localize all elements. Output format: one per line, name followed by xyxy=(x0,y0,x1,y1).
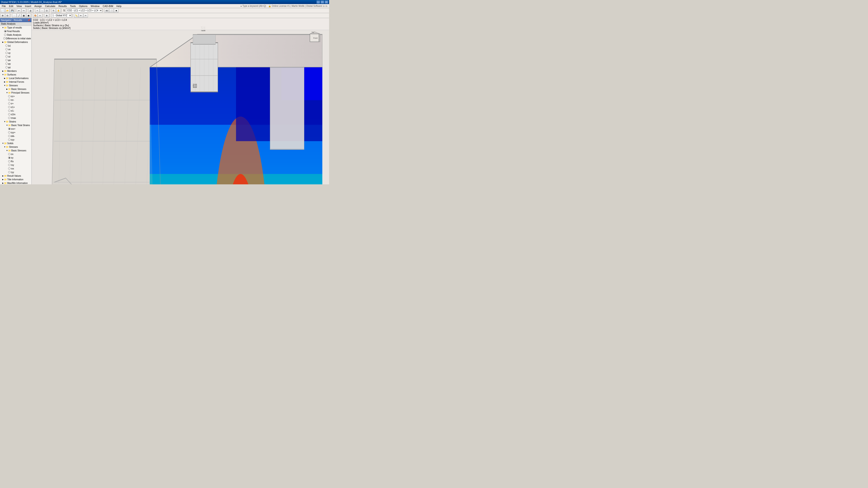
nav-phiy[interactable]: φy xyxy=(0,62,31,66)
nav-solid-stresses[interactable]: ▼ 📁 Stresses xyxy=(0,145,31,149)
close-button[interactable]: × xyxy=(324,0,328,4)
new-button[interactable]: 📄 xyxy=(0,8,5,13)
expand-basic-stresses[interactable]: ▶ xyxy=(6,88,8,90)
radio-phix[interactable] xyxy=(5,59,8,61)
nav-local-deform[interactable]: ▶ 📁 Local Deformations xyxy=(0,76,31,80)
viewport-3d[interactable]: CO2 · LC1 + LC2 + LC3 + LC4 Loads [kN/m²… xyxy=(32,18,329,184)
nav-sigma-plus[interactable]: σ+ xyxy=(0,102,31,105)
view-dropdown[interactable]: ▼ xyxy=(69,15,71,16)
save-button[interactable]: 💾 xyxy=(10,8,14,13)
radio-tyy[interactable] xyxy=(8,171,10,173)
expand-solids[interactable]: ▼ xyxy=(2,142,4,144)
nav-u-abs[interactable]: |u| xyxy=(0,44,31,47)
menu-assign[interactable]: Assign xyxy=(33,4,43,8)
radio-txy[interactable] xyxy=(8,164,10,166)
deselect[interactable]: ⊟ xyxy=(5,13,10,18)
radio-tmax[interactable] xyxy=(8,117,10,119)
print-button[interactable]: 🖨 xyxy=(28,8,33,13)
nav-sigma-z-minus[interactable]: σz- xyxy=(0,98,31,102)
radio-exx+[interactable] xyxy=(8,128,10,130)
radio-s1-[interactable] xyxy=(8,109,10,112)
nav-surfaces[interactable]: ▼ 📁 Surfaces xyxy=(0,73,31,76)
nav-tauxy[interactable]: τxy xyxy=(0,163,31,167)
radio-s2m[interactable] xyxy=(8,113,10,116)
menu-edit[interactable]: Edit xyxy=(8,4,15,8)
render-btn[interactable]: 🎨 xyxy=(33,13,37,18)
radio-s1+[interactable] xyxy=(8,106,10,108)
expand-strains[interactable]: ▼ xyxy=(4,121,6,123)
radio-phiy[interactable] xyxy=(5,63,8,65)
nav-phiz[interactable]: φz xyxy=(0,66,31,69)
radio-uz[interactable] xyxy=(5,55,8,58)
menu-help[interactable]: Help xyxy=(115,4,123,8)
pan-button[interactable]: ✋ xyxy=(56,8,61,13)
radio-eyy+[interactable] xyxy=(8,131,10,133)
nav-final-results[interactable]: Final Results xyxy=(0,29,31,33)
minimize-button[interactable]: _ xyxy=(316,0,320,4)
surface-btn[interactable]: ▦ xyxy=(22,13,26,18)
nav-rx[interactable]: Rx xyxy=(0,160,31,163)
radio-sp[interactable] xyxy=(8,102,10,105)
maximize-button[interactable]: □ xyxy=(320,0,324,4)
menu-cad-bim[interactable]: CAD-BIM xyxy=(101,4,114,8)
menu-view[interactable]: View xyxy=(15,4,23,8)
radio-sy[interactable] xyxy=(8,157,10,159)
radio-u[interactable] xyxy=(5,44,8,47)
expand-basic-total[interactable]: ▼ xyxy=(6,124,8,126)
expand-stresses[interactable]: ▼ xyxy=(4,84,6,87)
nav-tauyy[interactable]: τyy xyxy=(0,170,31,174)
nav-uz[interactable]: uz xyxy=(0,55,31,58)
menu-insert[interactable]: Insert xyxy=(24,4,33,8)
expand-solid-basic[interactable]: ▼ xyxy=(6,149,8,152)
node-btn[interactable]: · xyxy=(12,13,17,18)
nav-sigma-z-plus[interactable]: σz+ xyxy=(0,94,31,98)
nav-members[interactable]: ▶ 📁 Members xyxy=(0,69,31,73)
orientation-cube[interactable]: Front Top xyxy=(307,31,322,46)
nav-title-info[interactable]: ▶ 📁 Title Information xyxy=(0,177,31,181)
load-case-dropdown[interactable]: ▼ xyxy=(100,10,101,11)
nav-principal-stresses[interactable]: ▼ 📁 Principal Stresses xyxy=(0,91,31,94)
menu-options[interactable]: Options xyxy=(78,4,89,8)
radio-final[interactable] xyxy=(4,30,6,32)
zoom-in[interactable]: + xyxy=(35,8,39,13)
radio-eyy-[interactable] xyxy=(8,138,10,141)
radio-static[interactable] xyxy=(4,34,6,36)
section-btn[interactable]: ✂ xyxy=(84,13,88,18)
radio-ekk-[interactable] xyxy=(8,135,10,137)
radio-rx[interactable] xyxy=(8,160,10,162)
nav-exx-plus[interactable]: εxx+ xyxy=(0,127,31,131)
redo-button[interactable]: ↪ xyxy=(22,8,26,13)
expand-solid-stresses[interactable]: ▼ xyxy=(4,146,6,148)
nav-result-values[interactable]: ▶ 📁 Result Values xyxy=(0,174,31,177)
nav-phix[interactable]: φx xyxy=(0,58,31,62)
wireframe[interactable]: ⬜ xyxy=(109,8,114,13)
nav-type-results[interactable]: ▼ 📁 Type of results xyxy=(0,26,31,29)
3d-view[interactable]: 3D xyxy=(104,8,109,13)
expand-int-forces[interactable]: ▶ xyxy=(4,80,6,83)
nav-ux[interactable]: ux xyxy=(0,47,31,51)
nav-maxmin[interactable]: ▶ 📁 Max/Min Information xyxy=(0,181,31,184)
nav-static-analysis[interactable]: Static Analysis xyxy=(0,33,31,37)
nav-differences[interactable]: Differences to initial state xyxy=(0,37,31,40)
open-button[interactable]: 📂 xyxy=(5,8,10,13)
nav-internal-forces[interactable]: ▶ 📁 Internal Forces xyxy=(0,80,31,84)
nav-strains[interactable]: ▼ 📁 Strains xyxy=(0,120,31,123)
nav-basic-total-strains[interactable]: ▼ 📁 Basic Total Strains xyxy=(0,123,31,127)
window-controls[interactable]: _ □ × xyxy=(316,0,328,4)
radio-diff[interactable] xyxy=(3,37,5,39)
rotate-button[interactable]: ↻ xyxy=(51,8,56,13)
view-combo[interactable]: 1 - Global XYZ ▼ xyxy=(51,13,72,18)
nav-sigma1-plus[interactable]: σ1+ xyxy=(0,105,31,109)
expand-local-deform[interactable]: ▶ xyxy=(4,77,6,79)
nav-ekk-minus[interactable]: εkk- xyxy=(0,134,31,138)
radio-phiz[interactable] xyxy=(5,66,8,68)
expand-title[interactable]: ▶ xyxy=(2,178,4,181)
measure-btn[interactable]: 📏 xyxy=(74,13,79,18)
solid-btn[interactable]: ▣ xyxy=(26,13,31,18)
nav-solids[interactable]: ▼ 📁 Solids xyxy=(0,141,31,145)
expand-maxmin[interactable]: ▶ xyxy=(2,182,4,184)
snap-btn[interactable]: ⊕ xyxy=(44,13,49,18)
nav-taumax[interactable]: τmax xyxy=(0,116,31,120)
nav-sx[interactable]: σx xyxy=(0,152,31,156)
select-all[interactable]: ⊞ xyxy=(0,13,5,18)
